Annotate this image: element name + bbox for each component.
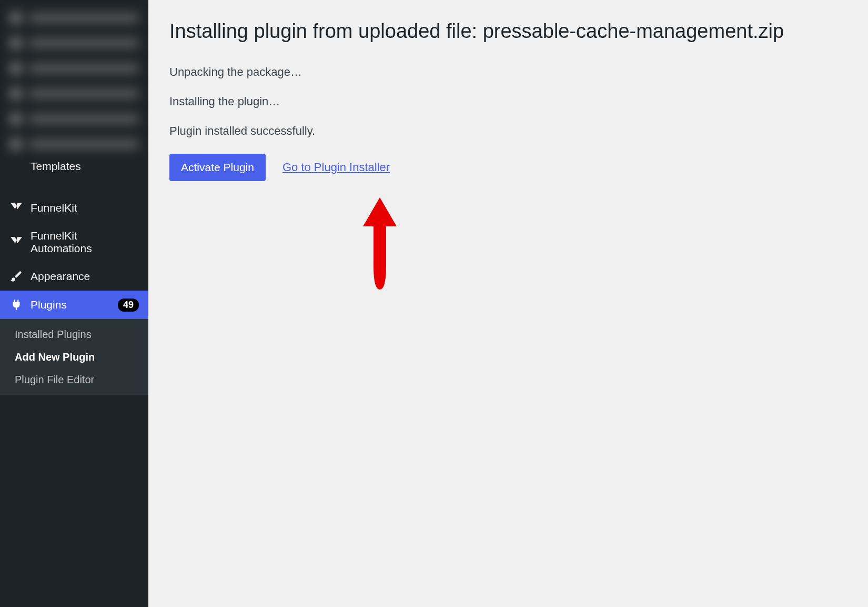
main-content: Installing plugin from uploaded file: pr… — [148, 0, 868, 607]
plugins-submenu: Installed Plugins Add New Plugin Plugin … — [0, 319, 148, 395]
submenu-plugin-file-editor[interactable]: Plugin File Editor — [0, 369, 148, 391]
sidebar-item-label: FunnelKit — [31, 202, 139, 214]
sidebar-item-plugins[interactable]: Plugins 49 — [0, 291, 148, 319]
templates-icon — [9, 162, 23, 176]
sidebar-item-funnelkit[interactable]: FunnelKit — [0, 194, 148, 222]
funnelkit-icon — [9, 201, 23, 215]
arrow-annotation-icon — [359, 197, 401, 292]
sidebar-item-templates-partial[interactable]: Templates — [0, 162, 148, 183]
status-success: Plugin installed successfully. — [169, 124, 847, 138]
submenu-item-label: Plugin File Editor — [15, 374, 94, 385]
brush-icon — [9, 270, 23, 283]
admin-sidebar: Templates FunnelKit FunnelKit Automation… — [0, 0, 148, 607]
status-installing: Installing the plugin… — [169, 95, 847, 108]
submenu-item-label: Installed Plugins — [15, 329, 92, 340]
submenu-add-new-plugin[interactable]: Add New Plugin — [0, 346, 148, 369]
status-unpacking: Unpacking the package… — [169, 65, 847, 79]
page-title: Installing plugin from uploaded file: pr… — [169, 18, 847, 44]
submenu-installed-plugins[interactable]: Installed Plugins — [0, 323, 148, 346]
sidebar-item-label: FunnelKit Automations — [31, 230, 139, 255]
action-row: Activate Plugin Go to Plugin Installer — [169, 154, 847, 181]
funnelkit-icon — [9, 235, 23, 249]
sidebar-item-label: Plugins — [31, 298, 110, 311]
sidebar-item-funnelkit-automations[interactable]: FunnelKit Automations — [0, 222, 148, 262]
submenu-item-label: Add New Plugin — [15, 351, 95, 363]
plug-icon — [9, 298, 23, 312]
sidebar-blurred-section — [0, 0, 148, 162]
go-to-plugin-installer-link[interactable]: Go to Plugin Installer — [282, 161, 390, 174]
sidebar-item-appearance[interactable]: Appearance — [0, 262, 148, 291]
sidebar-item-label: Appearance — [31, 270, 139, 283]
activate-plugin-button[interactable]: Activate Plugin — [169, 154, 266, 181]
plugins-update-badge: 49 — [118, 298, 139, 312]
